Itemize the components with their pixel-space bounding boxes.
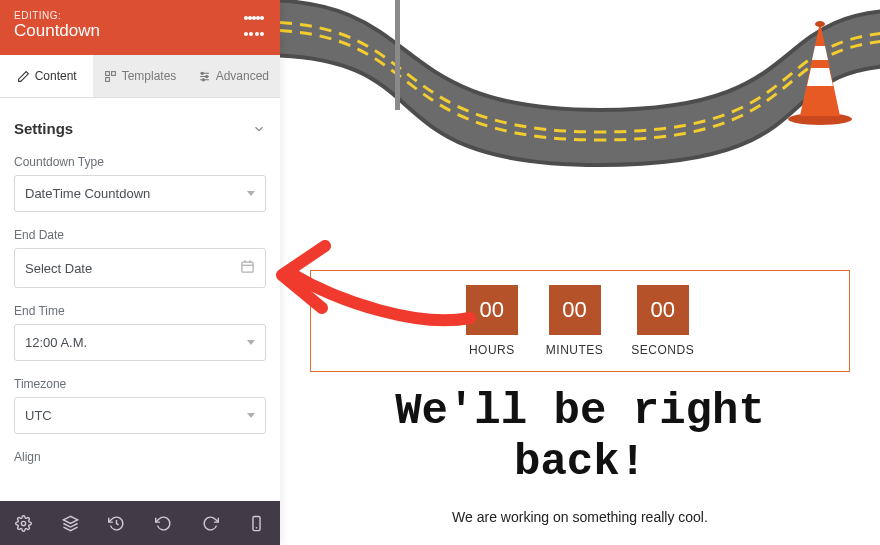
chevron-down-icon — [247, 191, 255, 196]
countdown-value: 00 — [549, 285, 601, 335]
widget-name: Countdown — [14, 21, 100, 41]
countdown-value: 00 — [637, 285, 689, 335]
countdown-seconds: 00 SECONDS — [631, 285, 694, 357]
svg-rect-0 — [105, 71, 109, 75]
svg-rect-1 — [111, 71, 115, 75]
svg-marker-14 — [63, 516, 77, 523]
field-end-time: End Time 12:00 A.M. — [14, 304, 266, 361]
toolbar-responsive-button[interactable] — [233, 501, 280, 545]
tab-label: Content — [35, 69, 77, 83]
section-header[interactable]: Settings — [14, 112, 266, 155]
field-label: Countdown Type — [14, 155, 266, 169]
select-value: UTC — [25, 408, 52, 423]
countdown-label: SECONDS — [631, 343, 694, 357]
pencil-icon — [17, 70, 30, 83]
chevron-down-icon — [247, 413, 255, 418]
chevron-down-icon — [247, 340, 255, 345]
hero-illustration — [280, 0, 880, 170]
field-end-date: End Date Select Date — [14, 228, 266, 288]
editor-sidebar: EDITING: Countdown Content Templates Adv… — [0, 0, 280, 545]
select-value: DateTime Countdown — [25, 186, 150, 201]
tab-label: Templates — [122, 69, 177, 83]
settings-panel: Settings Countdown Type DateTime Countdo… — [0, 98, 280, 501]
grid-icon[interactable] — [242, 14, 266, 38]
svg-point-13 — [21, 521, 25, 525]
field-label: End Time — [14, 304, 266, 318]
subline-text: We are working on something really cool. — [280, 509, 880, 525]
toolbar-layers-button[interactable] — [47, 501, 94, 545]
field-label: Timezone — [14, 377, 266, 391]
timezone-select[interactable]: UTC — [14, 397, 266, 434]
svg-rect-2 — [105, 77, 109, 81]
toolbar-settings-button[interactable] — [0, 501, 47, 545]
tab-advanced[interactable]: Advanced — [187, 55, 280, 97]
toolbar-history-button[interactable] — [93, 501, 140, 545]
preview-canvas: 00 HOURS 00 MINUTES 00 SECONDS We'll be … — [280, 0, 880, 545]
tab-templates[interactable]: Templates — [93, 55, 186, 97]
svg-rect-9 — [242, 262, 253, 272]
undo-icon — [155, 515, 172, 532]
svg-point-19 — [815, 21, 825, 27]
redo-icon — [202, 515, 219, 532]
countdown-widget[interactable]: 00 HOURS 00 MINUTES 00 SECONDS — [310, 270, 850, 372]
sliders-icon — [198, 70, 211, 83]
svg-point-7 — [205, 75, 207, 77]
bottom-toolbar — [0, 501, 280, 545]
field-label: Align — [14, 450, 266, 464]
svg-point-8 — [202, 78, 204, 80]
countdown-label: MINUTES — [546, 343, 604, 357]
field-label: End Date — [14, 228, 266, 242]
editing-label: EDITING: — [14, 10, 100, 21]
end-time-select[interactable]: 12:00 A.M. — [14, 324, 266, 361]
sidebar-header: EDITING: Countdown — [0, 0, 280, 55]
layers-icon — [62, 515, 79, 532]
templates-icon — [104, 70, 117, 83]
field-align: Align — [14, 450, 266, 464]
history-icon — [108, 515, 125, 532]
tab-label: Advanced — [216, 69, 269, 83]
toolbar-undo-button[interactable] — [140, 501, 187, 545]
svg-point-6 — [201, 72, 203, 74]
svg-rect-17 — [395, 0, 400, 110]
toolbar-redo-button[interactable] — [187, 501, 234, 545]
countdown-label: HOURS — [466, 343, 518, 357]
mobile-icon — [248, 515, 265, 532]
gear-icon — [15, 515, 32, 532]
tab-content[interactable]: Content — [0, 55, 93, 97]
chevron-down-icon — [252, 122, 266, 136]
traffic-cone-icon — [785, 16, 855, 126]
headline-text: We'll be right back! — [320, 386, 840, 487]
countdown-minutes: 00 MINUTES — [546, 285, 604, 357]
end-date-input[interactable]: Select Date — [14, 248, 266, 288]
calendar-icon — [240, 259, 255, 277]
panel-tabs: Content Templates Advanced — [0, 55, 280, 98]
field-timezone: Timezone UTC — [14, 377, 266, 434]
input-placeholder: Select Date — [25, 261, 92, 276]
countdown-value: 00 — [466, 285, 518, 335]
select-value: 12:00 A.M. — [25, 335, 87, 350]
countdown-hours: 00 HOURS — [466, 285, 518, 357]
countdown-type-select[interactable]: DateTime Countdown — [14, 175, 266, 212]
section-title: Settings — [14, 120, 73, 137]
field-countdown-type: Countdown Type DateTime Countdown — [14, 155, 266, 212]
